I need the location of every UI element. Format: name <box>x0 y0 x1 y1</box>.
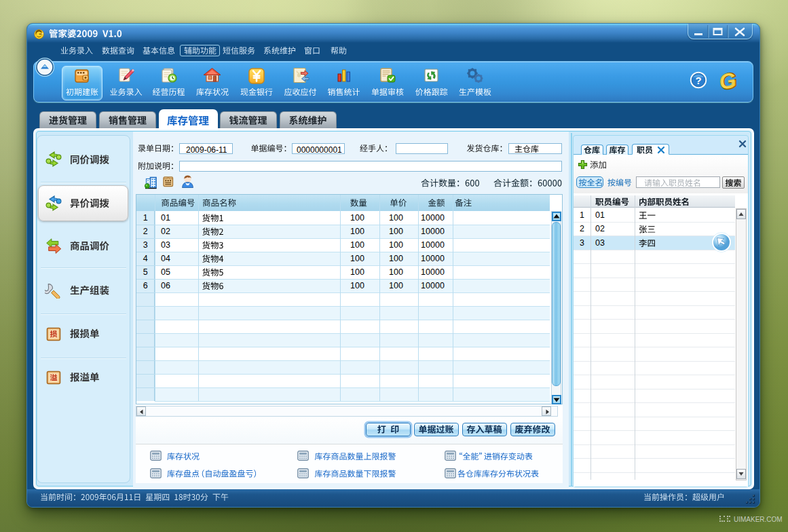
svg-text:UIMAKER.COM: UIMAKER.COM <box>734 516 783 523</box>
svg-text:?: ? <box>695 75 701 86</box>
